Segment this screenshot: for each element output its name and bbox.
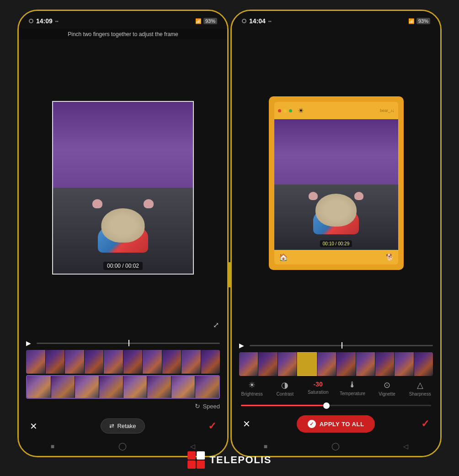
nav-square-icon[interactable]: ■: [51, 443, 54, 450]
logo-grid: [187, 451, 205, 469]
filmstrip-thumb: [26, 350, 45, 374]
filter-slider-fill: [241, 405, 326, 406]
sticker-label: bear_♪♩: [380, 108, 395, 113]
play-button-right[interactable]: ▶: [239, 342, 244, 349]
logo-block-4: [197, 460, 205, 469]
saturation-value: -30: [314, 380, 323, 388]
timeline-right[interactable]: [250, 345, 433, 346]
filmstrip-thumb: [143, 350, 162, 374]
cancel-button-left[interactable]: ✕: [30, 421, 37, 432]
filmstrip-thumb-r: [414, 352, 433, 376]
vignette-icon: ⊙: [384, 380, 390, 390]
rat-ear-left-right: [309, 192, 318, 200]
confirm-button-right[interactable]: ✓: [421, 418, 429, 430]
filmstrip-main-left[interactable]: [26, 350, 220, 374]
filmstrip-selected-thumb: [171, 376, 195, 398]
app-container: 14:09 ▪▪ 📶 93% Pinch two fingers togethe…: [0, 0, 459, 476]
logo-block-3: [187, 460, 196, 469]
sticker-bottom-bar: 🏠 🐕: [274, 250, 398, 264]
video-frame-left[interactable]: 00:00 / 00:02: [52, 101, 194, 275]
filmstrip-selected-thumb: [99, 376, 123, 398]
sticker-dot-red: [278, 109, 281, 112]
video-preview-left: 00:00 / 00:02 ⤢: [19, 39, 227, 336]
filmstrip-thumb-r: [395, 352, 413, 376]
filmstrip-thumb-r: [317, 352, 336, 376]
video-preview-right: ☀ bear_♪♩ 00:10 / 00:29: [232, 28, 440, 338]
filmstrip-selected-thumb: [123, 376, 147, 398]
bottom-bar-right: ✕ ✓ APPLY TO ALL ✓: [232, 410, 440, 438]
filmstrip-thumb-selected: [297, 352, 317, 376]
apply-all-button[interactable]: ✓ APPLY TO ALL: [297, 415, 375, 433]
vignette-label: Vignette: [379, 391, 395, 397]
filmstrip-selected-thumb: [75, 376, 99, 398]
sharpness-icon: △: [417, 380, 423, 390]
timeline-needle-right: [342, 342, 342, 349]
sticker-dot-yellow: [283, 109, 287, 112]
battery-left: 93%: [203, 18, 217, 24]
nav-home-icon[interactable]: ◯: [118, 442, 127, 450]
phone-right: 14:04 ▪▪ 📶 93% ☀: [230, 10, 442, 457]
speed-label[interactable]: Speed: [203, 403, 220, 410]
contrast-icon: ◑: [281, 380, 288, 390]
filmstrip-thumb-r: [356, 352, 375, 376]
phones-wrapper: 14:09 ▪▪ 📶 93% Pinch two fingers togethe…: [17, 10, 442, 457]
nav-square-icon-r[interactable]: ■: [264, 443, 267, 450]
filter-tab-vignette[interactable]: ⊙ Vignette: [375, 380, 398, 397]
filmstrip-thumb: [162, 350, 181, 374]
video-inner-right: 00:10 / 00:29: [274, 119, 398, 250]
phone-side-button: [228, 262, 231, 287]
filmstrip-thumb: [104, 350, 123, 374]
status-time-left: 14:09: [36, 17, 53, 25]
filmstrip-right[interactable]: [239, 352, 433, 376]
filter-tab-contrast[interactable]: ◑ Contrast: [273, 380, 296, 397]
filmstrip-thumb-r: [258, 352, 277, 376]
playback-controls-left: ▶: [19, 336, 227, 414]
video-timecode-right: 00:10 / 00:29: [320, 240, 352, 247]
retake-label: Retake: [117, 423, 136, 429]
brightness-label: Brightness: [241, 391, 263, 397]
filter-slider-thumb[interactable]: [323, 402, 330, 409]
temperature-label: Temperature: [340, 391, 365, 396]
play-button-left[interactable]: ▶: [26, 339, 31, 347]
status-bar-right: 14:04 ▪▪ 📶 93%: [232, 11, 440, 28]
retake-button[interactable]: ⇄ Retake: [101, 418, 144, 434]
circle-icon-right: [242, 19, 246, 23]
sticker-frame-container: ☀ bear_♪♩ 00:10 / 00:29: [269, 96, 404, 270]
filmstrip-selected-thumb: [147, 376, 171, 398]
filmstrip-thumb-r: [239, 352, 258, 376]
wifi-icon-right: 📶: [408, 18, 415, 24]
sim-icon-right: ▪▪: [268, 19, 272, 24]
filmstrip-thumb: [123, 350, 143, 374]
rat-bg-purple: [53, 102, 193, 196]
crop-hint: Pinch two fingers together to adjust the…: [19, 28, 227, 39]
filter-tab-saturation[interactable]: -30 Saturation: [307, 380, 330, 397]
wifi-icon-left: 📶: [195, 18, 202, 24]
timeline-left[interactable]: [37, 343, 220, 344]
cancel-button-right[interactable]: ✕: [243, 418, 251, 429]
nav-back-icon[interactable]: ◁: [190, 443, 195, 450]
rat-ear-right: [144, 199, 154, 208]
contrast-label: Contrast: [277, 391, 294, 397]
filmstrip-thumb: [181, 350, 201, 374]
sim-icon-left: ▪▪: [55, 19, 59, 24]
apply-all-label: APPLY TO ALL: [320, 421, 364, 428]
nav-home-icon-r[interactable]: ◯: [331, 442, 340, 450]
filter-tab-brightness[interactable]: ☀ Brightness: [240, 380, 263, 397]
filter-tab-sharpness[interactable]: △ Sharpness: [409, 380, 432, 397]
video-timecode-left: 00:00 / 00:02: [103, 262, 143, 270]
filter-slider-track[interactable]: [241, 405, 431, 406]
filmstrip-thumb-r: [375, 352, 394, 376]
filter-tab-temperature[interactable]: 🌡 Temperature: [340, 380, 365, 397]
filmstrip-selected-left[interactable]: [26, 375, 220, 399]
filter-tabs-container: ☀ Brightness ◑ Contrast -30 Saturation 🌡…: [232, 377, 440, 397]
bottom-bar-left: ✕ ⇄ Retake ✓: [19, 414, 227, 438]
filter-slider-container: [232, 397, 440, 410]
confirm-button-left[interactable]: ✓: [208, 420, 216, 432]
status-time-right: 14:04: [249, 17, 266, 25]
nav-back-icon-r[interactable]: ◁: [403, 443, 408, 450]
circle-icon-left: [29, 19, 33, 23]
rat-ear-left: [92, 199, 102, 208]
speed-row: ↻ Speed: [26, 400, 220, 412]
fullscreen-icon-left[interactable]: ⤢: [213, 321, 219, 329]
retake-icon: ⇄: [109, 423, 114, 429]
